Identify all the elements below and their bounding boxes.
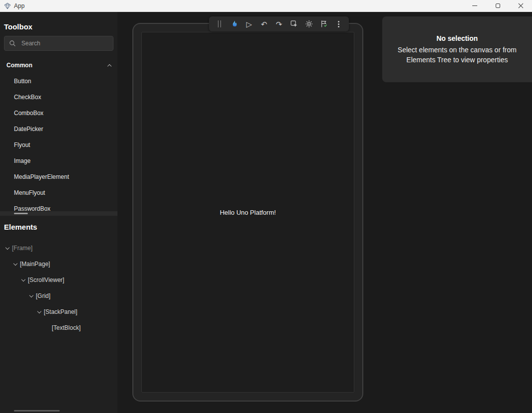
grip-icon [218,20,221,27]
design-toolbar: ▷ ↶ ↷ [209,16,349,31]
elements-tree: [Frame] [MainPage] [ScrollViewer] [Grid]… [0,240,117,336]
element-picker-button[interactable] [288,18,300,30]
chevron-down-icon[interactable] [12,262,19,266]
search-icon [9,40,16,47]
minimize-button[interactable] [463,0,486,12]
chevron-down-icon[interactable] [4,246,11,250]
no-selection-title: No selection [436,34,478,42]
chevron-down-icon[interactable] [36,310,43,314]
play-button[interactable]: ▷ [243,18,255,30]
theme-toggle-button[interactable] [303,18,315,30]
toolbox-item-checkbox[interactable]: CheckBox [0,89,117,105]
minimize-icon [472,5,477,6]
maximize-icon [496,3,500,8]
toolbox-horizontal-scrollbar[interactable] [0,211,117,216]
toolbox-item-combobox[interactable]: ComboBox [0,105,117,121]
hot-reload-button[interactable] [228,18,240,30]
app-logo-icon [4,2,11,9]
device-frame: Hello Uno Platform! [132,23,363,402]
undo-button[interactable]: ↶ [258,18,270,30]
toolbox-item-datepicker[interactable]: DatePicker [0,121,117,137]
toolbox-item-list: Button CheckBox ComboBox DatePicker Flyo… [0,73,117,217]
toolbox-section-common[interactable]: Common [0,59,117,72]
kebab-menu-icon [338,21,339,27]
maximize-button[interactable] [486,0,509,12]
search-input[interactable] [20,39,108,47]
scrollbar-thumb[interactable] [14,213,28,214]
sun-icon [305,20,313,28]
properties-panel: No selection Select elements on the canv… [382,16,532,82]
flame-icon [230,20,238,28]
close-icon [518,3,524,8]
tree-node-grid[interactable]: [Grid] [0,288,117,304]
toolbar-drag-handle[interactable] [213,18,225,30]
toolbox-search[interactable] [4,36,113,51]
window-title: App [14,2,24,9]
toolbox-title: Toolbox [4,23,117,31]
chevron-down-icon[interactable] [28,294,35,298]
flag-button[interactable] [318,18,330,30]
chevron-down-icon[interactable] [20,278,27,282]
toolbox-item-button[interactable]: Button [0,73,117,89]
chevron-up-icon[interactable] [107,64,111,68]
app-canvas[interactable]: Hello Uno Platform! [141,32,354,393]
elements-title: Elements [4,223,117,231]
play-icon: ▷ [246,20,252,28]
toolbox-item-mediaplayerelement[interactable]: MediaPlayerElement [0,169,117,185]
tree-node-frame[interactable]: [Frame] [0,240,117,256]
flag-check-icon [320,20,328,28]
no-selection-message: Select elements on the canvas or from El… [388,45,527,65]
window-controls [463,0,532,12]
textblock-hello[interactable]: Hello Uno Platform! [220,209,276,216]
section-label: Common [6,62,32,69]
titlebar: App [0,0,532,12]
toolbox-item-menuflyout[interactable]: MenuFlyout [0,185,117,201]
redo-button[interactable]: ↷ [273,18,285,30]
undo-icon: ↶ [261,20,267,28]
toolbox-item-image[interactable]: Image [0,153,117,169]
left-sidebar: Toolbox Common Button CheckBox ComboBox … [0,12,117,413]
element-picker-icon [290,20,298,28]
tree-node-scrollviewer[interactable]: [ScrollViewer] [0,272,117,288]
redo-icon: ↷ [276,20,282,28]
toolbox-item-flyout[interactable]: Flyout [0,137,117,153]
design-canvas-area: Hello Uno Platform! ▷ ↶ ↷ [117,12,532,413]
tree-node-stackpanel[interactable]: [StackPanel] [0,304,117,320]
close-button[interactable] [509,0,532,12]
tree-node-textblock[interactable]: [TextBlock] [0,320,117,336]
elements-horizontal-scrollbar[interactable] [14,410,60,412]
more-options-button[interactable] [332,18,345,30]
tree-node-mainpage[interactable]: [MainPage] [0,256,117,272]
